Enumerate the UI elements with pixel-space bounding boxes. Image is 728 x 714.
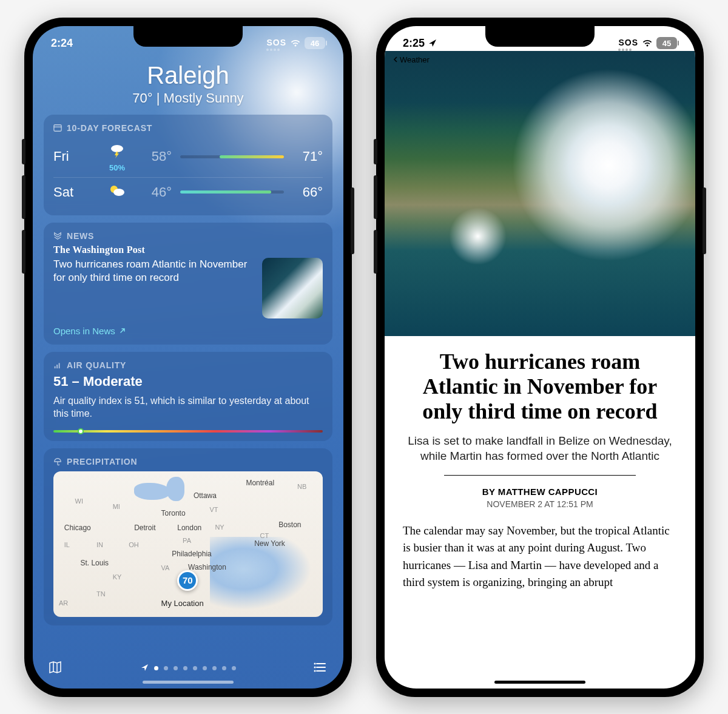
forecast-row: Sat 46° 66° bbox=[53, 177, 323, 207]
svg-point-4 bbox=[113, 189, 124, 196]
wifi-icon bbox=[290, 39, 301, 47]
umbrella-icon bbox=[53, 457, 62, 466]
status-sos: SOS bbox=[266, 36, 286, 51]
back-to-app-button[interactable]: Weather bbox=[393, 55, 430, 64]
svg-rect-5 bbox=[55, 366, 56, 368]
aqi-header: AIR QUALITY bbox=[67, 360, 126, 370]
list-button[interactable] bbox=[313, 659, 329, 678]
article-date: NOVEMBER 2 AT 12:51 PM bbox=[403, 499, 677, 509]
svg-point-8 bbox=[314, 662, 316, 664]
article-body-text: The calendar may say November, but the t… bbox=[403, 522, 677, 591]
svg-rect-6 bbox=[56, 365, 58, 368]
chevron-left-icon bbox=[393, 56, 398, 62]
svg-point-2 bbox=[111, 145, 123, 152]
status-sos: SOS bbox=[618, 36, 638, 51]
home-indicator[interactable] bbox=[143, 681, 234, 684]
news-thumbnail bbox=[262, 258, 323, 318]
wifi-icon bbox=[642, 39, 653, 47]
city-name: Raleigh bbox=[33, 62, 343, 89]
thunderstorm-icon: 50% bbox=[96, 142, 138, 172]
news-headline: Two hurricanes roam Atlantic in November… bbox=[53, 258, 255, 318]
news-icon bbox=[53, 232, 62, 240]
external-link-icon bbox=[119, 327, 126, 334]
svg-rect-0 bbox=[54, 124, 61, 131]
article-byline: BY MATTHEW CAPPUCCI bbox=[403, 487, 677, 497]
article-subhead: Lisa is set to make landfall in Belize o… bbox=[403, 433, 677, 464]
map-button[interactable] bbox=[47, 659, 63, 678]
svg-rect-7 bbox=[59, 363, 60, 368]
phone-weather: 2:24 SOS 46 Raleigh 70° | Mostly Sunny bbox=[24, 18, 352, 697]
weather-hero: Raleigh 70° | Mostly Sunny bbox=[33, 62, 343, 106]
my-location-label: My Location bbox=[161, 599, 204, 608]
precip-header: PRECIPITATION bbox=[67, 457, 137, 466]
status-time: 2:25 bbox=[403, 37, 425, 50]
svg-point-9 bbox=[314, 666, 316, 668]
partly-cloudy-icon bbox=[96, 183, 138, 201]
forecast-card[interactable]: 10-DAY FORECAST Fri 50% 58° 71° Sat bbox=[44, 115, 332, 215]
my-location-pin[interactable]: 70 bbox=[177, 570, 198, 591]
aqi-scale bbox=[53, 430, 323, 433]
page-indicator[interactable] bbox=[141, 664, 236, 673]
article-hero-image bbox=[385, 51, 695, 336]
aqi-icon bbox=[53, 361, 62, 369]
forecast-header: 10-DAY FORECAST bbox=[67, 123, 152, 133]
forecast-row: Fri 50% 58° 71° bbox=[53, 136, 323, 177]
location-icon bbox=[428, 39, 437, 47]
phone-article: 2:25 SOS 45 Weather bbox=[376, 18, 704, 697]
news-header: NEWS bbox=[67, 231, 94, 241]
battery-icon: 46 bbox=[305, 37, 325, 49]
article-headline: Two hurricanes roam Atlantic in November… bbox=[403, 349, 677, 425]
calendar-icon bbox=[53, 124, 62, 132]
precipitation-card[interactable]: PRECIPITATION Montréal Ottawa Toronto Ch… bbox=[44, 448, 332, 625]
news-card[interactable]: NEWS The Washington Post Two hurricanes … bbox=[44, 223, 332, 345]
status-time: 2:24 bbox=[51, 37, 73, 50]
battery-icon: 45 bbox=[656, 37, 677, 49]
location-arrow-icon bbox=[141, 664, 149, 673]
home-indicator[interactable] bbox=[494, 681, 585, 684]
precipitation-map[interactable]: Montréal Ottawa Toronto Chicago Detroit … bbox=[53, 471, 323, 617]
divider bbox=[444, 475, 636, 476]
opens-in-news-link[interactable]: Opens in News bbox=[53, 326, 323, 336]
news-source: The Washington Post bbox=[53, 244, 323, 255]
weather-tab-bar bbox=[33, 655, 343, 682]
conditions: 70° | Mostly Sunny bbox=[33, 90, 343, 106]
air-quality-card[interactable]: AIR QUALITY 51 – Moderate Air quality in… bbox=[44, 352, 332, 441]
aqi-value: 51 – Moderate bbox=[53, 374, 323, 389]
aqi-description: Air quality index is 51, which is simila… bbox=[53, 394, 323, 420]
svg-point-10 bbox=[314, 670, 316, 672]
